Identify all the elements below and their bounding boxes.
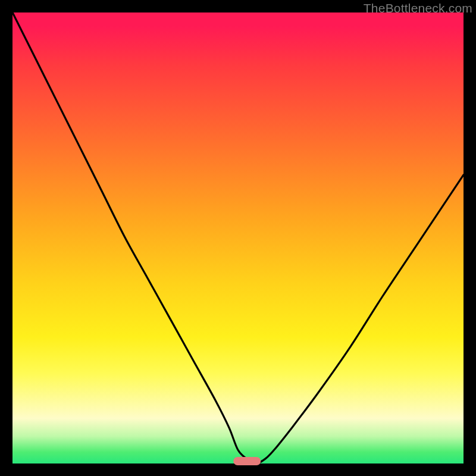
- plot-area: [12, 12, 464, 464]
- chart-frame: TheBottleneck.com: [0, 0, 476, 476]
- watermark-text: TheBottleneck.com: [364, 1, 472, 15]
- bottleneck-marker: [233, 457, 260, 465]
- bottleneck-curve: [12, 12, 464, 464]
